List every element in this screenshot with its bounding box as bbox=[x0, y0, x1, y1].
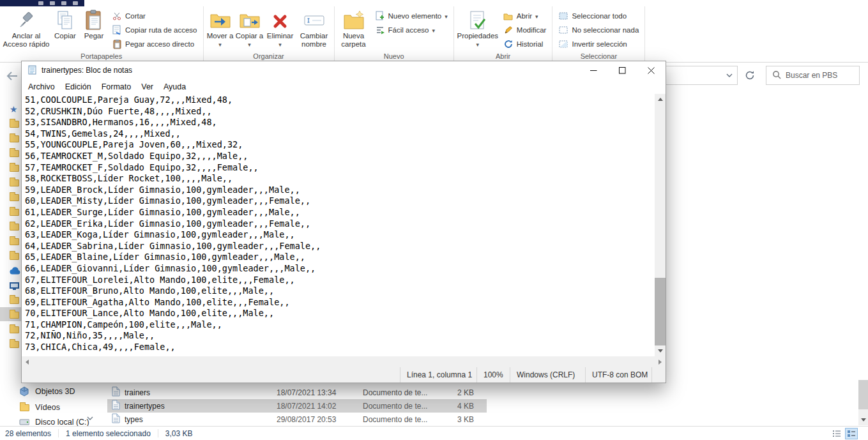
menu-archivo[interactable]: Archivo bbox=[23, 82, 60, 91]
notepad-text-line: 68,ELITEFOUR_Bruno,Alto Mando,100,elite,… bbox=[25, 285, 655, 297]
open-folder-icon bbox=[503, 12, 514, 20]
sidebar-tree-item[interactable] bbox=[10, 118, 21, 130]
sidebar-tree-item[interactable] bbox=[10, 236, 21, 247]
sidebar-item-label: Vídeos bbox=[35, 403, 60, 412]
menu-edicion[interactable]: Edición bbox=[60, 82, 96, 91]
sidebar-tree-item[interactable] bbox=[10, 294, 21, 306]
scroll-right-icon[interactable] bbox=[659, 360, 662, 365]
view-details-button[interactable] bbox=[845, 428, 858, 439]
notepad-text-area[interactable]: 51,COOLCOUPLE,Pareja Guay,72,,,Mixed,48,… bbox=[22, 94, 655, 356]
quick-access-toolbar-icon[interactable] bbox=[50, 1, 55, 5]
sidebar-tree-item[interactable] bbox=[10, 338, 21, 350]
invert-selection-button[interactable]: Invertir selección bbox=[554, 37, 643, 51]
notepad-text-line: 64,LEADER_Sabrina,Líder Gimnasio,100,gym… bbox=[25, 241, 655, 252]
delete-button[interactable]: Eliminar bbox=[264, 7, 296, 50]
quick-access-toolbar-icon[interactable] bbox=[73, 1, 78, 5]
resize-grip[interactable] bbox=[651, 367, 666, 383]
folder-icon bbox=[10, 253, 19, 260]
sidebar-tree-item[interactable] bbox=[10, 280, 21, 291]
edit-button[interactable]: Modificar bbox=[499, 23, 551, 37]
quick-access-toolbar-icon[interactable] bbox=[38, 1, 43, 5]
paste-shortcut-icon bbox=[112, 39, 122, 49]
sidebar-tree-item[interactable] bbox=[10, 148, 21, 159]
new-folder-button[interactable]: Nueva carpeta bbox=[337, 7, 371, 49]
address-bar[interactable] bbox=[664, 66, 738, 85]
folder-icon bbox=[10, 341, 19, 348]
scrollbar-thumb[interactable] bbox=[858, 380, 868, 409]
scroll-left-icon[interactable] bbox=[26, 360, 29, 365]
file-row-trainers[interactable]: trainers 18/07/2021 13:34 Documento de t… bbox=[107, 386, 487, 399]
folder-icon bbox=[10, 179, 19, 186]
sidebar-tree-item[interactable] bbox=[10, 324, 21, 335]
history-button[interactable]: Historial bbox=[499, 37, 551, 51]
cut-button[interactable]: Cortar bbox=[108, 9, 201, 23]
properties-button[interactable]: Propiedades bbox=[456, 7, 499, 50]
folder-icon bbox=[10, 224, 19, 231]
notepad-text-line: 54,TWINS,Gemelas,24,,,,Mixed,, bbox=[25, 128, 655, 140]
menu-ver[interactable]: Ver bbox=[136, 82, 158, 91]
history-icon bbox=[503, 40, 514, 49]
sidebar-tree-item[interactable] bbox=[10, 133, 21, 144]
dropdown-caret-icon bbox=[432, 26, 435, 34]
open-button[interactable]: Abrir bbox=[499, 9, 551, 23]
paste-shortcut-button[interactable]: Pegar acceso directo bbox=[108, 37, 201, 51]
folder-icon bbox=[10, 135, 19, 142]
new-item-button[interactable]: Nuevo elemento bbox=[371, 9, 452, 23]
sidebar-tree-item[interactable] bbox=[10, 265, 21, 277]
notepad-titlebar[interactable]: trainertypes: Bloc de notas bbox=[22, 61, 666, 79]
select-none-button[interactable]: No seleccionar nada bbox=[554, 23, 643, 37]
maximize-button[interactable] bbox=[608, 61, 637, 79]
search-box[interactable]: Buscar en PBS bbox=[766, 66, 860, 85]
notepad-horizontal-scrollbar[interactable] bbox=[22, 356, 666, 367]
sidebar-tree-item[interactable] bbox=[10, 162, 21, 174]
sidebar-tree-item[interactable] bbox=[10, 206, 21, 218]
sidebar-tree-item[interactable] bbox=[10, 221, 21, 232]
this-pc-icon bbox=[10, 282, 19, 289]
sidebar-tree-item[interactable] bbox=[10, 309, 21, 321]
close-button[interactable] bbox=[637, 61, 666, 79]
move-to-button[interactable]: Mover a bbox=[206, 7, 235, 50]
notepad-text-line: 52,CRUSHKIN,Dúo Fuerte,48,,,,Mixed,, bbox=[25, 106, 655, 118]
minimize-button[interactable] bbox=[579, 61, 608, 79]
rename-button[interactable]: Cambiar nombre bbox=[296, 7, 332, 49]
file-row-types[interactable]: types 29/08/2017 20:53 Documento de te..… bbox=[107, 413, 487, 426]
delete-label: Eliminar bbox=[267, 32, 294, 40]
easy-access-button[interactable]: Fácil acceso bbox=[371, 23, 452, 37]
menu-formato[interactable]: Formato bbox=[96, 82, 137, 91]
ribbon-group-open: Propiedades Abrir Modificar bbox=[454, 6, 553, 62]
scrollbar-thumb[interactable] bbox=[655, 278, 666, 345]
address-dropdown-button[interactable] bbox=[722, 66, 737, 84]
scroll-down-icon[interactable] bbox=[861, 418, 866, 421]
sidebar-tree-item[interactable] bbox=[10, 177, 21, 188]
notepad-vertical-scrollbar[interactable] bbox=[655, 94, 666, 356]
back-button[interactable] bbox=[4, 68, 20, 84]
sidebar-item-videos[interactable]: Vídeos bbox=[19, 400, 60, 414]
copy-path-icon bbox=[112, 25, 122, 35]
copy-path-button[interactable]: Copiar ruta de acceso bbox=[108, 23, 201, 37]
file-list-scrollbar[interactable] bbox=[858, 380, 868, 425]
copy-button[interactable]: Copiar bbox=[50, 7, 80, 41]
refresh-button[interactable] bbox=[741, 67, 759, 84]
paste-button[interactable]: Pegar bbox=[80, 7, 108, 41]
selection-size: 3,03 KB bbox=[165, 429, 193, 438]
sidebar-scroll-down-button[interactable] bbox=[85, 414, 95, 422]
scroll-up-icon[interactable] bbox=[658, 98, 663, 101]
file-row-trainertypes[interactable]: trainertypes 18/07/2021 14:02 Documento … bbox=[107, 399, 487, 413]
sidebar-tree-item[interactable] bbox=[10, 250, 21, 262]
scroll-down-icon[interactable] bbox=[658, 349, 663, 353]
move-to-icon bbox=[209, 9, 231, 32]
ribbon-group-organize: Mover a Copiar a Eliminar bbox=[204, 6, 335, 62]
view-list-button[interactable] bbox=[830, 428, 843, 439]
quick-access-toolbar-icon[interactable] bbox=[61, 1, 66, 5]
sidebar-tree-item[interactable]: ★ bbox=[10, 103, 21, 115]
sidebar-tree-item[interactable] bbox=[10, 192, 21, 203]
statusbar-divider bbox=[158, 429, 158, 437]
copy-to-button[interactable]: Copiar a bbox=[235, 7, 264, 50]
notepad-text-line: 72,NIÑO,Niño,35,,,,Male,, bbox=[25, 330, 655, 342]
chevron-down-icon bbox=[726, 73, 733, 77]
menu-ayuda[interactable]: Ayuda bbox=[158, 82, 191, 91]
sidebar-item-3d-objects[interactable]: Objetos 3D bbox=[19, 384, 75, 398]
select-all-button[interactable]: Seleccionar todo bbox=[554, 9, 643, 23]
notepad-text-line: 57,TEAMROCKET_F,Soldado Equipo,32,,,,Fem… bbox=[25, 162, 655, 174]
pin-quick-access-button[interactable]: Anclar al Acceso rápido bbox=[2, 7, 50, 49]
